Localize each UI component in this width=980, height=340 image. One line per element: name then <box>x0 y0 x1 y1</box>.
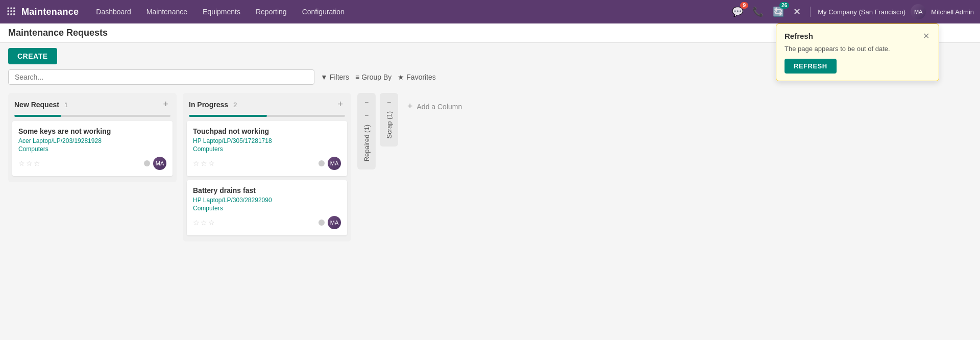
card-footer-2: ☆ ☆ ☆ MA <box>193 157 341 170</box>
main-menu: Dashboard Maintenance Equipments Reporti… <box>89 5 730 19</box>
card-title-3: Battery drains fast <box>193 186 341 195</box>
avatar[interactable]: MA <box>911 4 926 19</box>
kanban-card-3[interactable]: Battery drains fast HP Laptop/LP/303/282… <box>187 180 347 235</box>
update-badge: 26 <box>779 2 789 9</box>
refresh-popup-title: Refresh <box>785 32 813 40</box>
kanban-col-scrap[interactable]: − Scrap (1) <box>380 93 398 147</box>
svg-rect-0 <box>8 7 9 9</box>
star-2-3[interactable]: ☆ <box>208 159 215 167</box>
col-minus2-repaired[interactable]: − <box>363 110 370 120</box>
kanban-col-new-request: New Request 1 + Some keys are not workin… <box>8 93 177 182</box>
col-actions-in-progress: + <box>335 98 345 111</box>
favorites-icon: ★ <box>398 73 404 81</box>
col-header-repaired: − − <box>363 97 370 120</box>
card-title-1: Some keys are not working <box>18 127 166 135</box>
update-icon-btn[interactable]: 🔄 26 <box>771 4 786 19</box>
svg-rect-1 <box>10 7 12 9</box>
kanban-board: New Request 1 + Some keys are not workin… <box>0 89 980 340</box>
star-1-2[interactable]: ☆ <box>26 159 33 167</box>
kanban-col-in-progress: In Progress 2 + Touchpad not working HP … <box>183 93 351 241</box>
refresh-button[interactable]: REFRESH <box>785 59 837 74</box>
groupby-label: Group By <box>361 73 391 81</box>
kanban-cards-new-request: Some keys are not working Acer Laptop/LP… <box>8 121 177 176</box>
svg-rect-8 <box>13 13 15 15</box>
card-footer-3: ☆ ☆ ☆ MA <box>193 216 341 229</box>
menu-equipments[interactable]: Equipments <box>195 5 248 19</box>
col-add-btn-in-progress[interactable]: + <box>335 98 345 111</box>
add-column-label: Add a Column <box>417 103 462 111</box>
star-3-1[interactable]: ☆ <box>193 218 200 227</box>
username-label[interactable]: Mitchell Admin <box>931 8 974 16</box>
card-category-3[interactable]: Computers <box>193 205 341 212</box>
groupby-btn[interactable]: ≡ Group By <box>355 73 391 81</box>
card-meta-3: MA <box>318 216 341 229</box>
col-count-new-request: 1 <box>64 101 68 109</box>
svg-rect-5 <box>13 10 15 12</box>
col-minus-scrap[interactable]: − <box>386 97 392 107</box>
card-meta-1: MA <box>144 157 166 170</box>
star-2-1[interactable]: ☆ <box>193 159 200 167</box>
col-add-btn-new-request[interactable]: + <box>161 98 170 111</box>
favorites-btn[interactable]: ★ Favorites <box>398 73 436 81</box>
search-input[interactable] <box>8 69 314 85</box>
col-title-repaired: Repaired (1) <box>363 120 371 165</box>
card-avatar-3[interactable]: MA <box>328 216 341 229</box>
chat-icon-btn[interactable]: 💬 9 <box>730 4 745 19</box>
chat-badge: 9 <box>740 2 748 9</box>
filters-btn[interactable]: ▼ Filters <box>321 73 349 81</box>
col-minus-repaired[interactable]: − <box>363 97 370 107</box>
menu-maintenance[interactable]: Maintenance <box>139 5 194 19</box>
refresh-popup: Refresh ✕ The page appears to be out of … <box>776 23 939 81</box>
favorites-label: Favorites <box>406 73 436 81</box>
nav-divider <box>810 7 811 17</box>
card-avatar-1[interactable]: MA <box>153 157 166 170</box>
star-1-1[interactable]: ☆ <box>18 159 25 167</box>
card-status-dot-2 <box>318 160 325 166</box>
star-2-2[interactable]: ☆ <box>201 159 207 167</box>
svg-rect-3 <box>8 10 9 12</box>
kanban-cards-in-progress: Touchpad not working HP Laptop/LP/305/17… <box>183 121 351 235</box>
kanban-col-header-in-progress: In Progress 2 + <box>183 93 351 113</box>
card-ref-2[interactable]: HP Laptop/LP/305/17281718 <box>193 137 341 144</box>
col-title-scrap: Scrap (1) <box>385 107 393 142</box>
menu-dashboard[interactable]: Dashboard <box>89 5 138 19</box>
kanban-card-2[interactable]: Touchpad not working HP Laptop/LP/305/17… <box>187 121 347 176</box>
card-ref-3[interactable]: HP Laptop/LP/303/28292090 <box>193 197 341 204</box>
search-input-wrap <box>8 69 314 85</box>
menu-configuration[interactable]: Configuration <box>295 5 352 19</box>
star-3-3[interactable]: ☆ <box>208 218 215 227</box>
refresh-popup-close-button[interactable]: ✕ <box>922 31 930 41</box>
company-selector[interactable]: My Company (San Francisco) <box>818 8 905 16</box>
kanban-card-1[interactable]: Some keys are not working Acer Laptop/LP… <box>12 121 173 176</box>
svg-rect-4 <box>10 10 12 12</box>
topnav-right: 💬 9 📞 🔄 26 ✕ My Company (San Francisco) … <box>730 4 974 19</box>
card-ref-1[interactable]: Acer Laptop/LP/203/19281928 <box>18 137 166 144</box>
add-column-button[interactable]: + Add a Column <box>402 98 467 115</box>
close-icon-btn[interactable]: ✕ <box>791 4 803 19</box>
col-count-in-progress: 2 <box>233 101 237 109</box>
star-3-2[interactable]: ☆ <box>201 218 207 227</box>
add-column-icon: + <box>407 101 413 112</box>
kanban-add-column: + Add a Column <box>402 93 494 115</box>
page-title: Maintenance Requests <box>8 28 108 38</box>
kanban-col-repaired[interactable]: − − Repaired (1) <box>357 93 376 169</box>
card-footer-1: ☆ ☆ ☆ MA <box>18 157 166 170</box>
filters-label: Filters <box>330 73 349 81</box>
svg-rect-7 <box>10 13 12 15</box>
menu-reporting[interactable]: Reporting <box>249 5 294 19</box>
star-1-3[interactable]: ☆ <box>34 159 40 167</box>
col-progress-in-progress <box>189 115 345 117</box>
col-title-new-request: New Request <box>14 101 59 109</box>
svg-rect-2 <box>13 7 15 9</box>
card-category-2[interactable]: Computers <box>193 145 341 153</box>
apps-menu-icon[interactable] <box>6 6 16 18</box>
create-button[interactable]: CREATE <box>8 48 57 64</box>
card-status-dot-1 <box>144 160 150 166</box>
card-meta-2: MA <box>318 157 341 170</box>
card-avatar-2[interactable]: MA <box>328 157 341 170</box>
phone-icon-btn[interactable]: 📞 <box>750 4 766 19</box>
card-category-1[interactable]: Computers <box>18 145 166 153</box>
kanban-col-header-new-request: New Request 1 + <box>8 93 177 113</box>
card-status-dot-3 <box>318 220 325 226</box>
card-title-2: Touchpad not working <box>193 127 341 135</box>
